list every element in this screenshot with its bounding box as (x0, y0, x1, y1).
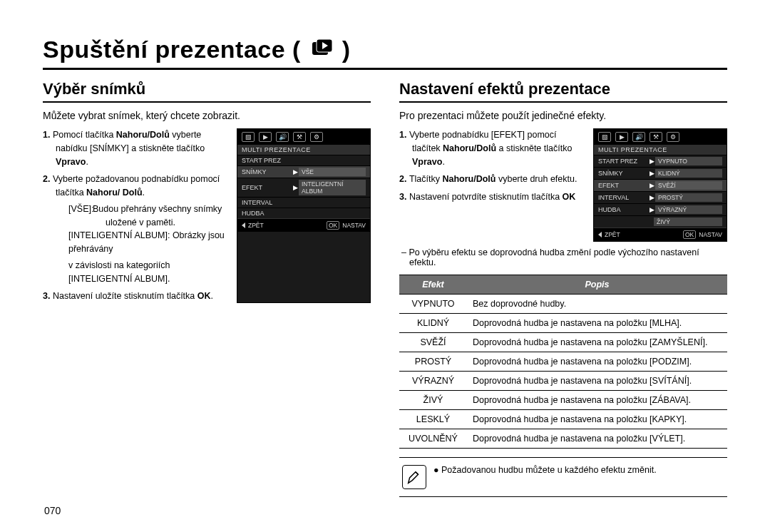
page-title-suffix: ) (342, 36, 351, 63)
step-2: 2. Vyberte požadovanou podnabídku pomocí… (43, 173, 228, 285)
lead-effects: Pro prezentaci můžete použít jedinečné e… (399, 110, 727, 121)
effect-desc: Doprovodná hudba je nastavena na položku… (467, 429, 727, 449)
note-box: ● Požadovanou hudbu můžete u každého efe… (399, 457, 727, 497)
section-effects: Nastavení efektů prezentace Pro prezenta… (399, 80, 727, 497)
effect-desc: Doprovodná hudba je nastavena na položku… (467, 372, 727, 391)
option-all: [VŠE]: Budou přehrány všechny snímky ulo… (56, 203, 228, 230)
step-3-r: 3. Nastavení potvrdíte stisknutím tlačít… (399, 190, 585, 204)
step-2-r: 2. Tlačítky Nahoru/Dolů vyberte druh efe… (399, 173, 585, 186)
effect-name: UVOLNĚNÝ (399, 429, 467, 449)
effect-name: KLIDNÝ (399, 314, 467, 333)
lcd-menu-row: EFEKT▶SVĚŽÍ (594, 179, 727, 191)
note-text: ● Požadovanou hudbu můžete u každého efe… (433, 465, 657, 475)
step-3: 3. Nastavení uložíte stisknutím tlačítka… (43, 290, 228, 303)
lcd-menu-row: START PREZ▶VYPNUTO (594, 155, 727, 167)
col-effect: Efekt (399, 275, 467, 295)
table-row: ŽIVÝDoprovodná hudba je nastavena na pol… (399, 391, 727, 410)
gear-icon: ⚙ (310, 132, 323, 142)
table-row: PROSTÝDoprovodná hudba je nastavena na p… (399, 352, 727, 372)
table-row: UVOLNĚNÝDoprovodná hudba je nastavena na… (399, 429, 727, 449)
lcd-menu-row: HUDBA▶VÝRAZNÝ (594, 203, 727, 215)
effect-name: ŽIVÝ (399, 391, 467, 410)
tools-icon: ⚒ (650, 132, 662, 142)
page-number: 070 (44, 505, 61, 516)
step-1-r: 1. Vyberte podnabídku [EFEKT] pomocí tla… (399, 128, 585, 168)
play-icon: ▶ (615, 132, 628, 142)
manual-page: Spuštění prezentace ( ) Výběr snímků Můž… (0, 0, 770, 532)
lcd-header: MULTI PREZENTACE (237, 145, 370, 155)
effect-name: PROSTÝ (399, 352, 467, 372)
effect-desc: Doprovodná hudba je nastavena na položku… (467, 352, 727, 372)
effect-desc: Doprovodná hudba je nastavena na položku… (467, 410, 727, 429)
effect-name: VÝRAZNÝ (399, 372, 467, 391)
lcd-top-icons-r: ▧ ▶ 🔊 ⚒ ⚙ (594, 129, 727, 145)
gear-icon: ⚙ (667, 132, 679, 142)
tools-icon: ⚒ (293, 132, 306, 142)
effect-desc: Bez doprovodné hudby. (467, 295, 727, 314)
page-title-text: Spuštění prezentace ( (43, 36, 301, 63)
effects-table: Efekt Popis VYPNUTOBez doprovodné hudby.… (399, 275, 727, 449)
play-icon: ▶ (259, 132, 272, 142)
slideshow-icon (312, 36, 342, 63)
effect-name: LESKLÝ (399, 410, 467, 429)
effect-name: VYPNUTO (399, 295, 467, 314)
folder-icon: ▧ (598, 132, 611, 142)
lcd-menu-row: HUDBA (237, 208, 370, 218)
note-icon (402, 465, 426, 489)
page-title-row: Spuštění prezentace ( ) (43, 36, 727, 70)
lcd-menu-row: INTERVAL (237, 197, 370, 208)
lcd-menu-row: START PREZ (237, 155, 370, 165)
folder-icon: ▧ (242, 132, 255, 142)
lcd-menu-row: EFEKT▶INTELIGENTNÍ ALBUM (237, 178, 370, 197)
table-row: SVĚŽÍDoprovodná hudba je nastavena na po… (399, 333, 727, 352)
table-row: VYPNUTOBez doprovodné hudby. (399, 295, 727, 314)
effect-desc: Doprovodná hudba je nastavena na položku… (467, 314, 727, 333)
heading-select-images: Výběr snímků (43, 80, 371, 103)
table-row: KLIDNÝDoprovodná hudba je nastavena na p… (399, 314, 727, 333)
back-icon (242, 222, 245, 228)
lead-select-images: Můžete vybrat snímek, který chcete zobra… (43, 110, 371, 121)
lcd-footer-r: ZPĚT OKNASTAV (594, 227, 727, 241)
option-smart-album: [INTELIGENTNÍ ALBUM]: Obrázky jsou přehr… (56, 229, 228, 256)
col-desc: Popis (467, 275, 727, 295)
back-icon (598, 232, 602, 237)
camera-lcd-right: ▧ ▶ 🔊 ⚒ ⚙ MULTI PREZENTACE START PREZ▶VY… (593, 128, 727, 242)
section-select-images: Výběr snímků Můžete vybrat snímek, který… (43, 80, 371, 497)
step-1: 1. Pomocí tlačítka Nahoru/Dolů vyberte n… (43, 128, 228, 168)
option-smart-album-cont: v závislosti na kategoriích [INTELIGENTN… (56, 259, 228, 286)
camera-lcd-left: ▧ ▶ 🔊 ⚒ ⚙ MULTI PREZENTACE START PREZSNÍ… (237, 128, 371, 303)
effect-desc: Doprovodná hudba je nastavena na položku… (467, 391, 727, 410)
effect-desc: Doprovodná hudba je nastavena na položku… (467, 333, 727, 352)
heading-effects: Nastavení efektů prezentace (399, 80, 727, 103)
page-title: Spuštění prezentace ( ) (43, 36, 351, 63)
table-row: LESKLÝDoprovodná hudba je nastavena na p… (399, 410, 727, 429)
lcd-menu-row: ŽIVÝ (594, 215, 727, 227)
lcd-menu-row: INTERVAL▶PROSTÝ (594, 191, 727, 203)
sound-icon: 🔊 (632, 132, 645, 142)
lcd-header-r: MULTI PREZENTACE (594, 145, 727, 155)
lcd-menu-row: SNÍMKY▶VŠE (237, 165, 370, 178)
lcd-menu-row: SNÍMKY▶KLIDNÝ (594, 167, 727, 179)
lcd-footer: ZPĚT OKNASTAV (237, 218, 370, 232)
effect-name: SVĚŽÍ (399, 333, 467, 352)
lcd-top-icons: ▧ ▶ 🔊 ⚒ ⚙ (237, 129, 370, 145)
effect-music-note: – Po výběru efektu se doprovodná hudba z… (399, 247, 727, 267)
table-row: VÝRAZNÝDoprovodná hudba je nastavena na … (399, 372, 727, 391)
sound-icon: 🔊 (276, 132, 289, 142)
